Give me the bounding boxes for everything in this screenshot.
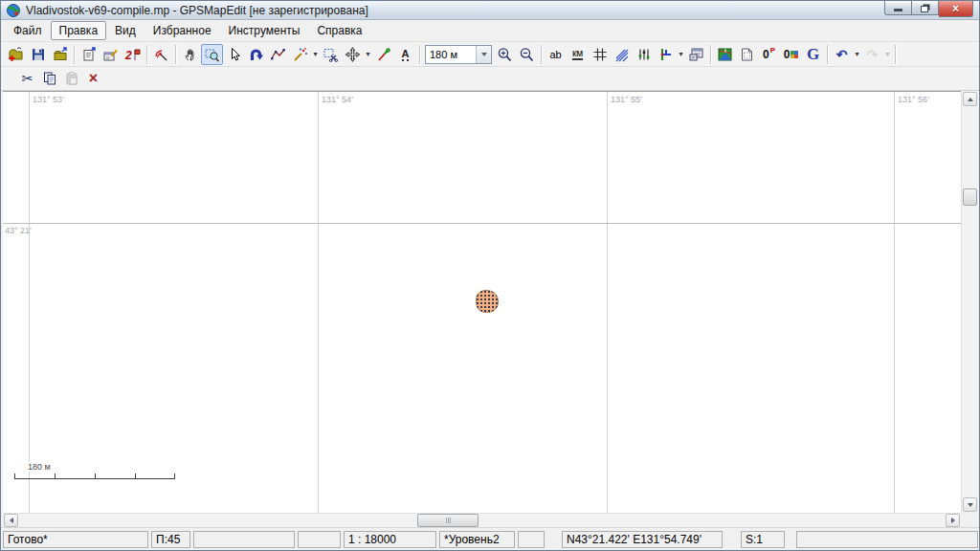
minimize-icon xyxy=(894,9,902,11)
map-canvas[interactable]: 131° 53' 131° 54' 131° 55' 131° 56' 43° … xyxy=(3,91,961,513)
menu-view[interactable]: Вид xyxy=(106,21,145,40)
vertical-scroll-thumb[interactable] xyxy=(963,188,977,206)
horizontal-scroll-thumb[interactable] xyxy=(417,514,479,527)
junction-tool-dropdown[interactable]: ▾ xyxy=(677,50,685,58)
redo-button[interactable]: ↷ xyxy=(861,44,883,65)
app-logo-icon xyxy=(6,3,21,18)
map-client-area: 131° 53' 131° 54' 131° 55' 131° 56' 43° … xyxy=(3,91,977,527)
menu-bar: Файл Правка Вид Избранное Инструменты Сп… xyxy=(1,20,979,41)
raster-map-button[interactable] xyxy=(714,44,736,65)
add-object-button[interactable] xyxy=(245,44,267,65)
grid-line-vertical xyxy=(607,92,608,513)
junction-tool-button[interactable] xyxy=(655,44,677,65)
redo-icon: ↷ xyxy=(867,47,879,62)
google-icon: G xyxy=(807,45,819,64)
magic-tool-button[interactable] xyxy=(289,44,311,65)
add-polyline-button[interactable] xyxy=(267,44,289,65)
menu-favorites[interactable]: Избранное xyxy=(145,21,220,40)
zoom-out-button[interactable] xyxy=(516,44,538,65)
move-tool-button[interactable] xyxy=(342,44,364,65)
map-wizard-button[interactable] xyxy=(100,44,122,65)
redo-dropdown[interactable]: ▾ xyxy=(883,50,892,58)
measure-icon: А xyxy=(402,48,410,61)
menu-file[interactable]: Файл xyxy=(5,21,51,40)
measure-tool-button[interactable]: А xyxy=(394,44,416,65)
toggle-hatch-button[interactable] xyxy=(611,44,633,65)
close-button[interactable]: × xyxy=(939,1,973,17)
status-empty-segment xyxy=(298,531,341,548)
paste-button[interactable] xyxy=(60,68,82,89)
undo-icon: ↶ xyxy=(836,47,848,62)
gps-button[interactable] xyxy=(150,44,172,65)
pan-tool-button[interactable] xyxy=(179,44,201,65)
window-controls: × xyxy=(884,1,973,17)
vertical-scrollbar[interactable] xyxy=(961,91,977,513)
map-object-polygon[interactable] xyxy=(476,290,499,313)
routing-grid-button[interactable]: 0 xyxy=(780,44,802,65)
horizontal-scrollbar[interactable] xyxy=(3,513,961,527)
restore-button[interactable] xyxy=(912,1,939,15)
select-tool-button[interactable] xyxy=(223,44,245,65)
map-properties-button[interactable] xyxy=(78,44,100,65)
menu-edit[interactable]: Правка xyxy=(51,21,107,40)
longitude-label: 131° 56' xyxy=(898,95,929,104)
google-maps-button[interactable]: G xyxy=(802,44,824,65)
menu-help[interactable]: Справка xyxy=(308,21,370,40)
scroll-down-button[interactable] xyxy=(963,497,977,512)
join-nodes-button[interactable] xyxy=(372,44,394,65)
scalebar-tick xyxy=(135,474,136,479)
cut-region-button[interactable] xyxy=(320,44,342,65)
copy-icon xyxy=(42,71,57,86)
grid-line-vertical xyxy=(29,92,30,513)
object-list-button[interactable] xyxy=(685,44,707,65)
tiles-icon xyxy=(791,51,798,58)
undo-dropdown[interactable]: ▾ xyxy=(853,50,861,58)
menu-tools[interactable]: Инструменты xyxy=(220,21,309,40)
latitude-label: 43° 21' xyxy=(5,226,32,235)
open-map-button[interactable] xyxy=(5,44,27,65)
copy-button[interactable] xyxy=(38,68,60,89)
minimize-button[interactable] xyxy=(884,1,912,15)
grid-icon xyxy=(592,47,608,62)
longitude-label: 131° 55' xyxy=(611,95,642,104)
wizard-icon xyxy=(102,47,119,62)
undo-button[interactable]: ↶ xyxy=(831,44,853,65)
blank-map-button[interactable] xyxy=(736,44,758,65)
arrow-right-icon xyxy=(951,518,958,523)
toolbar-separator xyxy=(541,45,542,64)
node-levels-button[interactable] xyxy=(633,44,655,65)
toggle-labels-button[interactable]: ab xyxy=(545,44,567,65)
toggle-grid-button[interactable] xyxy=(589,44,611,65)
export-map-button[interactable] xyxy=(49,44,71,65)
toolbar-separator xyxy=(74,45,75,64)
save-map-button[interactable] xyxy=(27,44,49,65)
scalebar-tick xyxy=(14,474,15,479)
cut-icon: ✂ xyxy=(22,71,33,86)
title-bar[interactable]: Vladivostok-v69-compile.mp - GPSMapEdit … xyxy=(1,1,979,20)
zoom-in-button[interactable] xyxy=(494,44,516,65)
scroll-up-button[interactable] xyxy=(963,92,977,106)
scalebar-tick xyxy=(95,474,96,479)
longitude-label: 131° 54' xyxy=(322,95,353,104)
status-empty-segment xyxy=(796,531,978,548)
toolbar-separator xyxy=(146,45,147,64)
toggle-ruler-button[interactable]: км xyxy=(567,44,589,65)
open-folder-plus-icon xyxy=(8,47,24,62)
cut-button[interactable]: ✂ xyxy=(16,68,38,89)
scroll-right-button[interactable] xyxy=(946,514,960,527)
verify-map-button[interactable]: 2 xyxy=(122,44,144,65)
restore-icon xyxy=(921,6,928,12)
zoom-select-tool-button[interactable] xyxy=(201,44,223,65)
window-title: Vladivostok-v69-compile.mp - GPSMapEdit … xyxy=(26,4,368,17)
routing-level-button[interactable]: 0 Р xyxy=(758,44,780,65)
scroll-left-button[interactable] xyxy=(4,514,18,527)
levels-icon xyxy=(636,47,652,62)
magic-tool-dropdown[interactable]: ▾ xyxy=(311,50,320,58)
arrow-down-icon xyxy=(968,503,973,510)
move-tool-dropdown[interactable]: ▾ xyxy=(364,50,372,58)
scale-dropdown-button[interactable] xyxy=(476,46,491,63)
status-level: *Уровень2 xyxy=(439,531,515,548)
scale-combobox[interactable]: 180 м xyxy=(425,45,492,64)
scalebar-label: 180 м xyxy=(26,462,53,472)
delete-button[interactable]: × xyxy=(82,68,104,89)
